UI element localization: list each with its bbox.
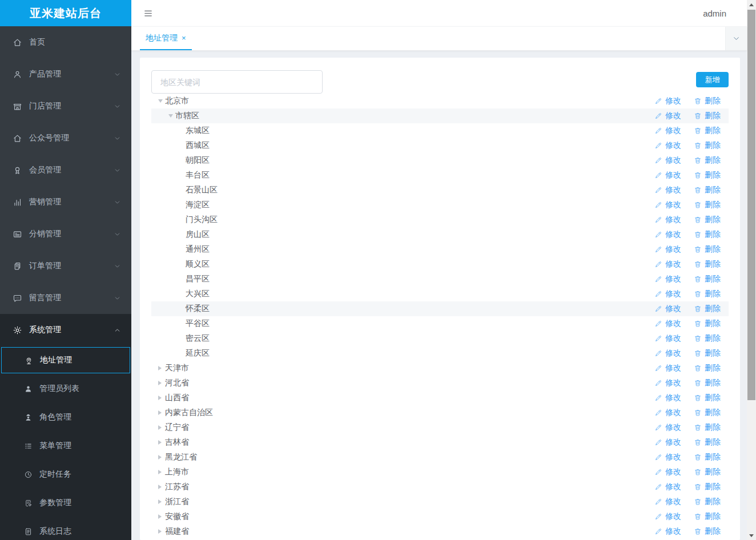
expand-triangle-icon[interactable] — [158, 396, 165, 400]
scrollbar[interactable] — [747, 0, 756, 540]
delete-action[interactable]: 删除 — [694, 363, 721, 373]
tree-row[interactable]: 市辖区修改删除 — [151, 108, 729, 123]
edit-action[interactable]: 修改 — [654, 155, 681, 166]
tree-row[interactable]: 天津市修改删除 — [151, 361, 729, 376]
delete-action[interactable]: 删除 — [694, 348, 721, 358]
edit-action[interactable]: 修改 — [654, 333, 681, 344]
expand-triangle-icon[interactable] — [158, 99, 165, 103]
tree-row[interactable]: 福建省修改删除 — [151, 524, 729, 539]
edit-action[interactable]: 修改 — [654, 319, 681, 329]
hamburger-icon[interactable] — [143, 9, 154, 18]
expand-triangle-icon[interactable] — [168, 114, 175, 118]
expand-triangle-icon[interactable] — [158, 499, 165, 504]
delete-action[interactable]: 删除 — [694, 304, 721, 314]
sidebar-subitem[interactable]: 菜单管理 — [0, 432, 131, 460]
delete-action[interactable]: 删除 — [694, 378, 721, 388]
delete-action[interactable]: 删除 — [694, 408, 721, 418]
tree-row[interactable]: 东城区修改删除 — [151, 123, 729, 138]
delete-action[interactable]: 删除 — [694, 289, 721, 299]
sidebar-item-system[interactable]: 系统管理 — [0, 314, 131, 346]
delete-action[interactable]: 删除 — [694, 497, 721, 507]
edit-action[interactable]: 修改 — [654, 215, 681, 225]
delete-action[interactable]: 删除 — [694, 155, 721, 166]
scroll-down-arrow[interactable] — [747, 531, 756, 540]
tree-row[interactable]: 黑龙江省修改删除 — [151, 450, 729, 465]
edit-action[interactable]: 修改 — [654, 170, 681, 180]
expand-triangle-icon[interactable] — [158, 514, 165, 519]
tree-row[interactable]: 顺义区修改删除 — [151, 257, 729, 272]
edit-action[interactable]: 修改 — [654, 96, 681, 106]
edit-action[interactable]: 修改 — [654, 229, 681, 240]
edit-action[interactable]: 修改 — [654, 200, 681, 210]
expand-triangle-icon[interactable] — [158, 366, 165, 370]
tree-row[interactable]: 安徽省修改删除 — [151, 509, 729, 524]
delete-action[interactable]: 删除 — [694, 274, 721, 284]
sidebar-item[interactable]: 门店管理 — [0, 90, 131, 122]
sidebar-subitem[interactable]: 参数管理 — [0, 489, 131, 517]
edit-action[interactable]: 修改 — [654, 348, 681, 358]
expand-triangle-icon[interactable] — [158, 425, 165, 430]
delete-action[interactable]: 删除 — [694, 229, 721, 240]
add-button[interactable]: 新增 — [696, 72, 729, 87]
delete-action[interactable]: 删除 — [694, 319, 721, 329]
delete-action[interactable]: 删除 — [694, 140, 721, 151]
edit-action[interactable]: 修改 — [654, 363, 681, 373]
tree-row[interactable]: 丰台区修改删除 — [151, 168, 729, 183]
edit-action[interactable]: 修改 — [654, 289, 681, 299]
edit-action[interactable]: 修改 — [654, 304, 681, 314]
tree-row[interactable]: 石景山区修改删除 — [151, 183, 729, 198]
delete-action[interactable]: 删除 — [694, 96, 721, 106]
delete-action[interactable]: 删除 — [694, 482, 721, 492]
tree-row[interactable]: 密云区修改删除 — [151, 331, 729, 346]
scroll-up-arrow[interactable] — [747, 0, 756, 9]
tree-row[interactable]: 浙江省修改删除 — [151, 494, 729, 509]
sidebar-subitem[interactable]: 系统日志 — [0, 517, 131, 540]
edit-action[interactable]: 修改 — [654, 140, 681, 151]
tree-row[interactable]: 西城区修改删除 — [151, 138, 729, 153]
delete-action[interactable]: 删除 — [694, 452, 721, 462]
edit-action[interactable]: 修改 — [654, 482, 681, 492]
tree-row[interactable]: 江苏省修改删除 — [151, 479, 729, 494]
edit-action[interactable]: 修改 — [654, 274, 681, 284]
edit-action[interactable]: 修改 — [654, 259, 681, 269]
scrollbar-thumb[interactable] — [747, 10, 755, 400]
tree-row[interactable]: 昌平区修改删除 — [151, 272, 729, 287]
edit-action[interactable]: 修改 — [654, 526, 681, 537]
tree-row[interactable]: 平谷区修改删除 — [151, 316, 729, 331]
sidebar-item[interactable]: 营销管理 — [0, 186, 131, 218]
edit-action[interactable]: 修改 — [654, 393, 681, 403]
sidebar-subitem[interactable]: 角色管理 — [0, 403, 131, 432]
sidebar-item[interactable]: 会员管理 — [0, 154, 131, 186]
edit-action[interactable]: 修改 — [654, 467, 681, 477]
sidebar-item[interactable]: 首页 — [0, 26, 131, 58]
close-icon[interactable]: × — [182, 34, 186, 42]
sidebar-subitem[interactable]: 定时任务 — [0, 460, 131, 489]
tree-row[interactable]: 内蒙古自治区修改删除 — [151, 405, 729, 420]
expand-triangle-icon[interactable] — [158, 381, 165, 385]
delete-action[interactable]: 删除 — [694, 185, 721, 195]
sidebar-item[interactable]: 分销管理 — [0, 218, 131, 250]
user-menu[interactable]: admin — [703, 9, 726, 18]
tree-row[interactable]: 朝阳区修改删除 — [151, 153, 729, 168]
delete-action[interactable]: 删除 — [694, 170, 721, 180]
delete-action[interactable]: 删除 — [694, 393, 721, 403]
delete-action[interactable]: 删除 — [694, 437, 721, 448]
edit-action[interactable]: 修改 — [654, 185, 681, 195]
delete-action[interactable]: 删除 — [694, 467, 721, 477]
delete-action[interactable]: 删除 — [694, 259, 721, 269]
expand-triangle-icon[interactable] — [158, 410, 165, 415]
edit-action[interactable]: 修改 — [654, 244, 681, 255]
expand-triangle-icon[interactable] — [158, 455, 165, 460]
edit-action[interactable]: 修改 — [654, 408, 681, 418]
edit-action[interactable]: 修改 — [654, 511, 681, 522]
edit-action[interactable]: 修改 — [654, 497, 681, 507]
sidebar-item[interactable]: 产品管理 — [0, 58, 131, 90]
tab-list-dropdown[interactable] — [725, 27, 747, 50]
tree-row[interactable]: 海淀区修改删除 — [151, 198, 729, 212]
delete-action[interactable]: 删除 — [694, 200, 721, 210]
tree-row[interactable]: 大兴区修改删除 — [151, 287, 729, 301]
tree-row[interactable]: 通州区修改删除 — [151, 242, 729, 257]
edit-action[interactable]: 修改 — [654, 378, 681, 388]
edit-action[interactable]: 修改 — [654, 126, 681, 136]
expand-triangle-icon[interactable] — [158, 485, 165, 489]
